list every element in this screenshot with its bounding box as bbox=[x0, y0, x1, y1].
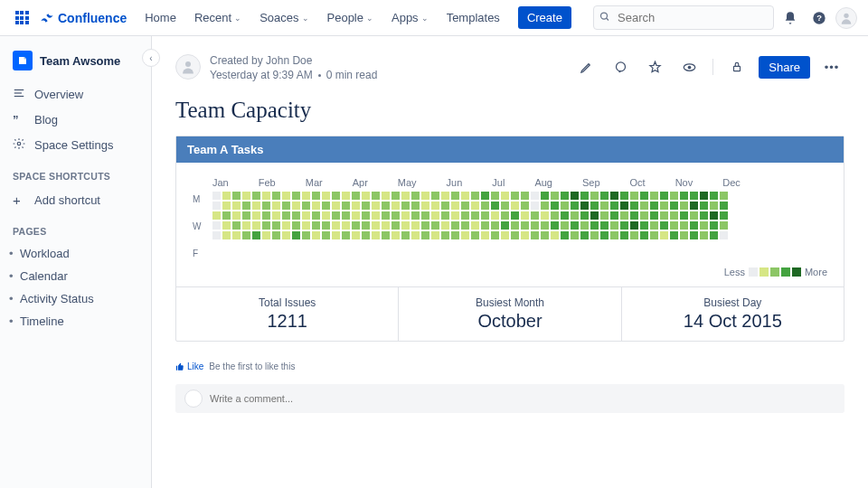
heatmap-cell bbox=[312, 211, 320, 220]
heatmap-cell bbox=[451, 221, 459, 230]
page-activity-status[interactable]: Activity Status bbox=[0, 287, 151, 310]
heatmap-cell bbox=[541, 202, 549, 210]
author-avatar[interactable] bbox=[175, 54, 201, 80]
star-icon[interactable] bbox=[642, 54, 667, 80]
nav-soaces[interactable]: Soaces⌄ bbox=[252, 7, 316, 28]
heatmap-cell bbox=[411, 211, 420, 220]
capacity-panel: Team A Tasks JanFebMarAprMayJunJulAugSep… bbox=[175, 136, 844, 342]
author-name[interactable]: John Doe bbox=[266, 54, 312, 67]
heatmap-cell bbox=[521, 231, 529, 239]
heatmap-cell bbox=[431, 192, 439, 200]
space-header[interactable]: Team Awsome bbox=[0, 47, 151, 81]
search-input[interactable] bbox=[593, 5, 774, 30]
heatmap-cell bbox=[212, 231, 221, 239]
heatmap-cell bbox=[332, 192, 340, 200]
help-icon[interactable]: ? bbox=[807, 5, 832, 31]
heatmap-legend: Less More bbox=[193, 267, 827, 277]
nav-home[interactable]: Home bbox=[137, 7, 184, 28]
heatmap-cell bbox=[561, 202, 569, 210]
heatmap-cell bbox=[620, 231, 628, 239]
heatmap-cell bbox=[541, 192, 549, 200]
heatmap-cell bbox=[501, 221, 509, 230]
nav-templates[interactable]: Templates bbox=[439, 7, 507, 28]
plus-icon: + bbox=[13, 192, 25, 208]
heatmap-cell bbox=[352, 192, 360, 200]
heatmap-cell bbox=[212, 211, 221, 220]
heatmap-cell bbox=[302, 231, 310, 239]
heatmap-cell bbox=[670, 211, 678, 220]
heatmap-cell bbox=[242, 202, 250, 210]
heatmap-cell bbox=[620, 202, 628, 210]
heatmap-cell bbox=[710, 231, 718, 239]
heatmap-cell bbox=[372, 192, 380, 200]
more-actions-icon[interactable]: ••• bbox=[819, 54, 844, 80]
overview-icon bbox=[13, 87, 25, 102]
heatmap-cell bbox=[600, 192, 609, 200]
heatmap-cell bbox=[382, 211, 390, 220]
heatmap-cell bbox=[292, 202, 300, 210]
product-logo[interactable]: Confluence bbox=[40, 11, 127, 25]
nav-recent[interactable]: Recent⌄ bbox=[187, 7, 249, 28]
heatmap-cell bbox=[342, 202, 350, 210]
heatmap-cell bbox=[700, 192, 708, 200]
heatmap-cell bbox=[362, 221, 370, 230]
heatmap-cell bbox=[521, 211, 529, 220]
heatmap-cell bbox=[421, 221, 429, 230]
comment-input[interactable] bbox=[210, 393, 835, 404]
heatmap-cell bbox=[650, 221, 658, 230]
heatmap-cell bbox=[332, 221, 340, 230]
comment-avatar bbox=[184, 389, 203, 408]
heatmap-cell bbox=[342, 221, 350, 230]
heatmap-month-labels: JanFebMarAprMayJunJulAugSepOctNovDec bbox=[212, 177, 827, 188]
heatmap-cell bbox=[461, 192, 469, 200]
heatmap-cell bbox=[491, 211, 499, 220]
nav-apps[interactable]: Apps⌄ bbox=[384, 7, 436, 28]
heatmap-cell bbox=[232, 221, 241, 230]
heatmap-cell bbox=[302, 202, 310, 210]
heatmap-cell bbox=[322, 192, 330, 200]
heatmap-cell bbox=[620, 221, 628, 230]
heatmap-cell bbox=[411, 231, 420, 239]
collapse-sidebar-button[interactable]: ‹ bbox=[142, 49, 160, 67]
page-calendar[interactable]: Calendar bbox=[0, 265, 151, 287]
sidebar-blog[interactable]: ”Blog bbox=[0, 108, 151, 132]
stat-busiest-day: Busiest Day14 Oct 2015 bbox=[622, 287, 844, 341]
heatmap-cell bbox=[342, 192, 350, 200]
heatmap-cell bbox=[401, 211, 410, 220]
page-workload[interactable]: Workload bbox=[0, 242, 151, 265]
share-button[interactable]: Share bbox=[759, 56, 810, 79]
heatmap-cell bbox=[242, 231, 250, 239]
app-switcher-icon[interactable] bbox=[11, 7, 33, 29]
heatmap-cell bbox=[521, 202, 529, 210]
read-time: 0 min read bbox=[326, 69, 378, 81]
heatmap-cell bbox=[600, 211, 609, 220]
page-timeline[interactable]: Timeline bbox=[0, 310, 151, 333]
nav-people[interactable]: People⌄ bbox=[320, 7, 381, 28]
heatmap-cell bbox=[272, 231, 280, 239]
heatmap-cell bbox=[690, 202, 698, 210]
sidebar-space-settings[interactable]: Space Settings bbox=[0, 132, 151, 158]
heatmap-cell bbox=[282, 192, 290, 200]
profile-avatar[interactable] bbox=[835, 7, 857, 29]
heatmap-cell bbox=[461, 221, 469, 230]
watch-icon[interactable] bbox=[676, 54, 702, 80]
heatmap-cell bbox=[282, 221, 290, 230]
edit-icon[interactable] bbox=[573, 54, 599, 80]
heatmap-cell bbox=[342, 231, 350, 239]
heatmap-cell bbox=[372, 211, 380, 220]
comment-icon[interactable] bbox=[608, 54, 633, 80]
heatmap-cell bbox=[382, 221, 390, 230]
svg-point-10 bbox=[616, 61, 625, 70]
create-button[interactable]: Create bbox=[518, 6, 571, 29]
restrictions-icon[interactable] bbox=[724, 54, 750, 80]
add-shortcut-button[interactable]: + Add shortcut bbox=[0, 187, 151, 213]
like-button[interactable]: Like bbox=[175, 361, 203, 371]
sidebar-overview[interactable]: Overview bbox=[0, 81, 151, 108]
notifications-icon[interactable] bbox=[778, 5, 803, 31]
heatmap-cell bbox=[392, 202, 400, 210]
heatmap-cell bbox=[690, 231, 698, 239]
heatmap-cell bbox=[650, 231, 658, 239]
heatmap-cell bbox=[451, 192, 459, 200]
heatmap-cell bbox=[451, 202, 459, 210]
heatmap-cell bbox=[690, 211, 698, 220]
